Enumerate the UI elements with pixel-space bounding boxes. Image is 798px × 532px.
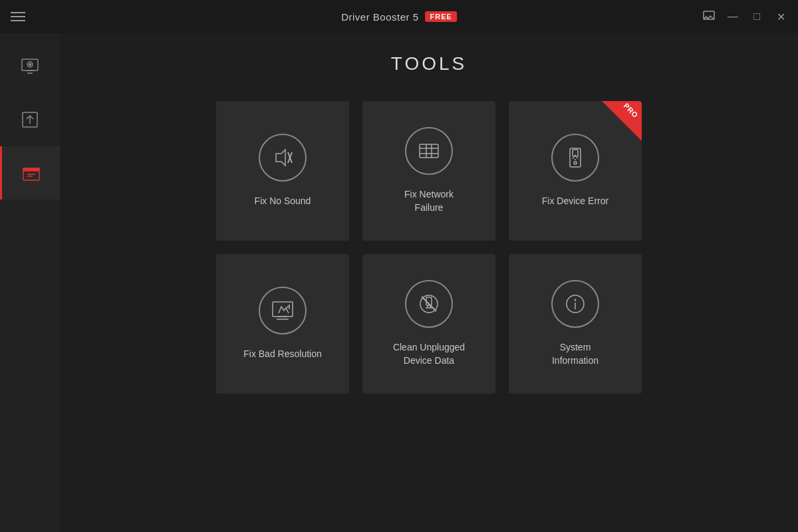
tool-card-fix-bad-resolution[interactable]: Fix Bad Resolution — [216, 254, 349, 394]
fix-device-error-icon — [551, 134, 599, 182]
svg-point-37 — [575, 299, 577, 301]
minimize-button[interactable]: — — [726, 10, 739, 23]
svg-rect-9 — [23, 168, 39, 171]
tools-icon — [21, 163, 41, 183]
svg-point-24 — [574, 162, 577, 164]
tools-grid: Fix No Sound Fix NetworkFailure — [216, 101, 642, 394]
svg-marker-14 — [276, 150, 285, 166]
fix-network-failure-icon — [405, 127, 453, 175]
sidebar-item-monitor-settings[interactable] — [0, 40, 60, 93]
sidebar — [0, 33, 60, 532]
titlebar: Driver Booster 5 FREE — □ ✕ — [0, 0, 798, 33]
fix-network-failure-label: Fix NetworkFailure — [404, 188, 454, 214]
titlebar-left — [11, 12, 25, 21]
titlebar-right: — □ ✕ — [702, 10, 787, 23]
tool-card-fix-no-sound[interactable]: Fix No Sound — [216, 101, 349, 241]
fix-bad-resolution-label: Fix Bad Resolution — [243, 348, 322, 361]
tool-card-clean-unplugged[interactable]: Clean UnpluggedDevice Data — [362, 254, 495, 394]
system-information-icon — [551, 280, 599, 328]
clean-unplugged-label: Clean UnpluggedDevice Data — [393, 341, 465, 367]
page-title: TOOLS — [391, 53, 467, 74]
feedback-button[interactable] — [702, 10, 716, 23]
svg-line-30 — [422, 297, 436, 311]
fix-device-error-label: Fix Device Error — [542, 195, 608, 208]
svg-point-5 — [29, 64, 31, 66]
close-button[interactable]: ✕ — [774, 10, 787, 23]
fix-no-sound-label: Fix No Sound — [255, 195, 311, 208]
titlebar-center: Driver Booster 5 FREE — [341, 11, 457, 23]
clean-unplugged-icon — [405, 280, 453, 328]
fix-bad-resolution-icon — [259, 287, 307, 334]
sidebar-item-tools[interactable] — [0, 146, 60, 200]
app-title: Driver Booster 5 — [341, 11, 418, 23]
maximize-button[interactable]: □ — [750, 10, 763, 23]
sidebar-item-restore[interactable] — [0, 93, 60, 146]
svg-rect-17 — [420, 144, 438, 158]
tool-card-system-information[interactable]: SystemInformation — [509, 254, 642, 394]
tool-card-fix-device-error[interactable]: PRO Fix Device Error — [509, 101, 642, 241]
restore-icon — [20, 110, 40, 130]
tool-card-fix-network-failure[interactable]: Fix NetworkFailure — [362, 101, 495, 241]
content-area: TOOLS Fix No Sound — [60, 33, 798, 532]
free-badge: FREE — [426, 11, 457, 22]
monitor-settings-icon — [20, 57, 40, 76]
main-layout: TOOLS Fix No Sound — [0, 33, 798, 532]
menu-button[interactable] — [11, 12, 25, 21]
fix-no-sound-icon — [259, 134, 307, 182]
system-information-label: SystemInformation — [552, 341, 598, 367]
